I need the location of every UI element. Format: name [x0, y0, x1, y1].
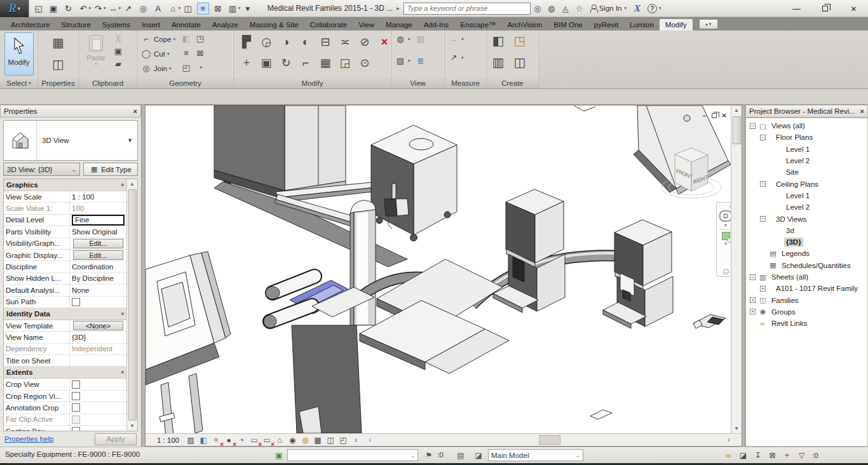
help-button[interactable]: ? ▾ — [644, 4, 665, 13]
tree-item-level-2[interactable]: Level 2 — [746, 201, 867, 213]
qat-synchronize-with-central[interactable]: ↻ ▾ — [62, 3, 76, 15]
properties-properties-palette[interactable]: ◫ — [48, 54, 69, 74]
modify-tool-pin[interactable]: ⊙ — [355, 53, 374, 72]
view-control-displace-elements[interactable]: ◰ — [337, 435, 349, 446]
value-button-view-template[interactable]: <None> — [73, 321, 123, 330]
close-icon[interactable]: × — [133, 107, 137, 115]
geometry-join-geometry[interactable]: ◎ Join ▾ — [140, 62, 175, 75]
modify-tool-move[interactable]: + — [237, 53, 256, 72]
model-small-wireframe[interactable] — [590, 410, 612, 419]
modify-tool-align-dimensions[interactable]: ≍ — [336, 32, 355, 51]
modify-tool-split-element[interactable]: ⊟ — [316, 32, 335, 51]
geometry-split-face[interactable]: ◔ — [194, 62, 206, 73]
infocenter-toggle-icon[interactable]: ▸ — [397, 5, 400, 11]
scroll-up-icon[interactable]: ▲ — [734, 105, 739, 115]
modify-tool-array[interactable]: ▦ — [316, 53, 335, 72]
view-control-temporary-view-properties[interactable]: ▩ — [311, 435, 324, 446]
ribbon-insert[interactable]: Insert — [136, 19, 166, 30]
ribbon-bim-one[interactable]: BIM One — [548, 19, 588, 30]
ribbon-archvision[interactable]: ArchVision — [502, 19, 548, 30]
model-cart-with-hole[interactable] — [371, 125, 457, 241]
property-value[interactable]: {3D} — [70, 332, 126, 342]
view-control-shadows[interactable]: ● — [222, 435, 235, 446]
checkbox-crop-view[interactable] — [72, 381, 80, 389]
value-button-visibility-graph[interactable]: Edit... — [73, 239, 123, 248]
qat-open[interactable]: ◱ ▾ — [32, 3, 46, 15]
chevron-down-icon[interactable]: ▼ — [724, 241, 728, 246]
property-value[interactable] — [70, 355, 126, 366]
tree-item-3d-views[interactable]: −3D Views — [746, 213, 867, 224]
project-browser-header[interactable]: Project Browser - Medical Revi... × — [745, 105, 868, 118]
collapse-icon[interactable]: − — [750, 274, 756, 280]
model-left-cabinet[interactable] — [146, 252, 231, 433]
property-value[interactable]: Fine — [70, 215, 126, 226]
checkbox-annotation-crop[interactable] — [72, 403, 80, 412]
geometry-demolish[interactable]: ⊠ — [194, 47, 206, 58]
panel-label-measure[interactable]: Measure — [445, 78, 486, 88]
geometry-beam-joins[interactable]: ≡ — [180, 47, 192, 58]
geometry-remove-paint[interactable]: ◳ — [194, 32, 206, 44]
property-value[interactable]: 100 — [70, 203, 126, 213]
active-workset-select[interactable]: ⌄ — [287, 449, 418, 461]
modify-tool-copy[interactable]: ▣ — [257, 53, 276, 72]
property-value[interactable] — [70, 379, 126, 389]
property-value[interactable] — [70, 391, 126, 401]
tree-item-sheets-all[interactable]: −▥Sheets (all) — [746, 271, 867, 283]
collapse-section-icon[interactable]: « — [119, 312, 125, 315]
qat-tag-by-category[interactable]: ◎ ▾ — [137, 3, 151, 15]
view-show-hidden-lines[interactable]: ▤ ▾ — [415, 32, 434, 46]
panel-label-clipboard[interactable]: Clipboard — [79, 78, 137, 88]
type-selector[interactable]: 3D View ▼ — [3, 120, 138, 161]
create-tool-create-parts[interactable]: ◧ — [490, 32, 506, 49]
tree-item-floor-plans[interactable]: −Floor Plans — [746, 131, 867, 143]
properties-palette-header[interactable]: Properties × — [0, 105, 141, 118]
worksets-icon[interactable]: ▣ — [273, 450, 285, 461]
restore-button[interactable] — [811, 0, 839, 17]
ribbon-analyze[interactable]: Analyze — [207, 19, 244, 30]
sign-in-button[interactable]: Sign In ▾ — [587, 4, 630, 12]
focused-value-fine[interactable]: Fine — [72, 215, 125, 226]
navbar-options-icon[interactable]: – — [723, 269, 729, 274]
steering-wheel-icon[interactable] — [719, 210, 732, 222]
ribbon-pyrevit[interactable]: pyRevit — [588, 19, 624, 30]
chevron-down-icon[interactable]: ▼ — [724, 223, 728, 227]
scroll-right-icon[interactable]: › — [724, 436, 734, 443]
qat-close-hidden-windows[interactable]: ⊠ ▾ — [212, 3, 226, 15]
property-value[interactable] — [70, 426, 126, 431]
chevron-down-icon[interactable]: ▾ — [624, 6, 627, 11]
view-minimize-icon[interactable]: ‒ — [703, 112, 707, 119]
collapse-section-icon[interactable]: « — [119, 183, 125, 186]
property-value[interactable] — [70, 414, 126, 425]
tree-item-level-1[interactable]: Level 1 — [746, 144, 867, 155]
3d-scene[interactable]: FRONT RIGHT — [146, 105, 733, 433]
selection-toggle-select-elements-by-face[interactable]: ⊠ — [767, 450, 778, 461]
scroll-down-icon[interactable]: ▼ — [734, 424, 739, 433]
collapse-icon[interactable]: − — [760, 135, 766, 140]
value-button-graphic-display[interactable]: Edit... — [73, 250, 123, 260]
create-tool-create-group[interactable]: ▥ — [490, 54, 506, 71]
property-value[interactable]: By Discipline — [70, 273, 126, 284]
ribbon-massing-site[interactable]: Massing & Site — [244, 19, 304, 30]
chevron-down-icon[interactable]: ▾ — [659, 6, 661, 11]
view-control-crop-view[interactable]: ▭ — [248, 435, 261, 446]
ribbon-add-ins[interactable]: Add-Ins — [418, 19, 455, 30]
ribbon-modify[interactable]: Modify — [660, 19, 693, 30]
infocenter-communication-center[interactable]: ◬ — [559, 2, 573, 15]
chevron-down-icon[interactable]: ▾ — [89, 6, 92, 11]
panel-label-properties[interactable]: Properties — [38, 78, 78, 88]
qat-save[interactable]: ▣ ▾ — [48, 3, 62, 15]
view-restore-icon[interactable] — [712, 113, 717, 118]
model-dispenser-left[interactable] — [493, 189, 565, 313]
geometry-cut-geometry[interactable]: ◯ Cut ▾ — [140, 47, 175, 60]
apply-button[interactable]: Apply — [95, 433, 137, 445]
collapse-icon[interactable]: − — [750, 123, 756, 129]
infocenter-subscription-center[interactable]: ◍ — [545, 2, 559, 15]
qat-measure[interactable]: ↔ ▾ — [107, 3, 121, 15]
view-control-detail-level[interactable]: ◧ — [197, 435, 210, 446]
properties-scrollbar[interactable]: ▲ ▼ — [126, 179, 137, 431]
qat-thin-lines[interactable]: ≡ ▾ — [197, 3, 211, 15]
view-control-collapse-view-control-bar[interactable]: ‹ — [349, 435, 362, 446]
search-input[interactable] — [403, 3, 531, 15]
panel-label-select[interactable]: Select▾ — [0, 78, 37, 88]
property-value[interactable]: Independent — [70, 344, 126, 354]
